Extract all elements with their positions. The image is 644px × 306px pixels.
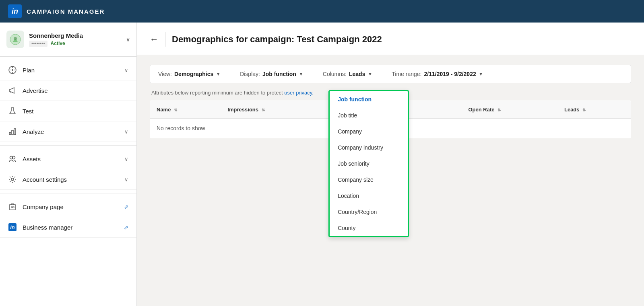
gear-icon [8,175,17,184]
time-range-value: 2/11/2019 - 9/2/2022 [424,71,476,77]
columns-filter[interactable]: Columns: Leads ▼ [323,71,373,77]
analyze-chevron-icon: ∨ [124,129,128,135]
account-id: •••••••• [29,41,47,47]
sidebar-item-test[interactable]: Test [0,101,136,121]
sidebar-item-analyze[interactable]: Analyze ∨ [0,121,136,142]
display-chevron-icon: ▼ [299,71,303,77]
compass-icon [8,66,17,74]
col-impressions[interactable]: Impressions ⇅ [221,101,327,119]
display-label: Display: [240,71,260,77]
account-section[interactable]: Sonnenberg Media •••••••• Active ∨ [0,23,136,57]
dropdown-item-company-size[interactable]: Company size [330,172,408,188]
page-header: ← Demographics for campaign: Test Campai… [137,23,644,55]
sort-open-rate-icon: ⇅ [497,108,501,112]
dropdown-item-location[interactable]: Location [330,188,408,204]
dropdown-item-country-region[interactable]: Country/Region [330,204,408,220]
bar-chart-icon [8,127,17,136]
display-value: Job function [262,71,296,77]
svg-point-15 [11,178,14,181]
company-page-label: Company page [23,203,118,210]
svg-point-1 [14,37,17,40]
business-external-icon: ⬀ [124,224,128,230]
account-name: Sonnenberg Media [29,32,121,39]
back-button[interactable]: ← [150,34,159,45]
sort-name-icon: ⇅ [174,108,177,112]
time-range-chevron-icon: ▼ [479,71,483,77]
svg-rect-11 [12,130,13,135]
svg-rect-18 [13,207,14,208]
dropdown-item-job-seniority[interactable]: Job seniority [330,156,408,172]
account-info: Sonnenberg Media •••••••• Active [29,32,121,47]
nav-divider-2 [0,193,136,193]
columns-chevron-icon: ▼ [367,71,372,77]
sort-impressions-icon: ⇅ [262,108,265,112]
sidebar: Sonnenberg Media •••••••• Active ∨ [0,23,137,306]
assets-chevron-icon: ∨ [124,156,128,162]
dropdown-item-job-title[interactable]: Job title [330,107,408,123]
analyze-label: Analyze [23,128,119,135]
flask-icon [8,107,17,115]
business-manager-label: Business manager [23,224,118,231]
privacy-link[interactable]: user privacy. [284,90,314,96]
main-content: ← Demographics for campaign: Test Campai… [137,23,644,306]
dropdown-item-county[interactable]: County [330,220,408,236]
svg-rect-17 [11,207,12,208]
svg-point-3 [12,69,13,71]
topbar: in CAMPAIGN MANAGER [0,0,644,23]
page-title: Demographics for campaign: Test Campaign… [172,34,382,45]
account-settings-label: Account settings [23,176,119,183]
dropdown-item-company-industry[interactable]: Company industry [330,140,408,156]
account-chevron-icon[interactable]: ∨ [126,36,130,43]
advertise-label: Advertise [23,87,128,94]
display-dropdown: Job function Job title Company Company i… [328,90,409,237]
dropdown-item-job-function[interactable]: Job function [330,91,408,107]
view-label: View: [158,71,172,77]
account-avatar [6,31,24,48]
view-value: Demographics [174,71,213,77]
sidebar-item-advertise[interactable]: Advertise [0,80,136,101]
sort-leads-icon: ⇅ [582,108,586,112]
col-name[interactable]: Name ⇅ [150,101,221,119]
linkedin-logo-icon: in [8,4,22,18]
plan-chevron-icon: ∨ [124,67,128,73]
time-range-filter[interactable]: Time range: 2/11/2019 - 9/2/2022 ▼ [392,71,483,77]
app-title: CAMPAIGN MANAGER [27,8,105,15]
plan-label: Plan [23,67,119,74]
sidebar-item-business-manager[interactable]: in Business manager ⬀ [0,217,136,238]
privacy-note-text: Attributes below reporting minimum are h… [151,90,283,96]
account-settings-chevron-icon: ∨ [124,177,128,183]
content-area: View: Demographics ▼ Display: Job functi… [137,55,644,306]
col-leads[interactable]: Leads ⇅ [558,101,631,119]
columns-label: Columns: [323,71,347,77]
filters-bar: View: Demographics ▼ Display: Job functi… [150,65,631,83]
linkedin-small-icon: in [8,223,17,232]
account-status: Active [51,41,65,46]
columns-value: Leads [349,71,365,77]
view-filter[interactable]: View: Demographics ▼ [158,71,221,77]
svg-rect-10 [9,132,11,135]
test-label: Test [23,108,128,115]
dropdown-item-company[interactable]: Company [330,123,408,140]
sidebar-item-account-settings[interactable]: Account settings ∨ [0,169,136,190]
nav-section: Plan ∨ Advertise [0,57,136,241]
time-range-label: Time range: [392,71,421,77]
sidebar-item-assets[interactable]: Assets ∨ [0,149,136,169]
sidebar-item-plan[interactable]: Plan ∨ [0,60,136,80]
nav-divider-1 [0,145,136,146]
assets-icon [8,154,17,163]
company-icon [8,202,17,211]
display-filter[interactable]: Display: Job function ▼ Job function Job… [240,71,303,77]
megaphone-icon [8,86,17,95]
svg-rect-12 [14,129,16,135]
assets-label: Assets [23,156,119,162]
header-divider [165,32,165,47]
view-chevron-icon: ▼ [216,71,221,77]
company-external-icon: ⬀ [124,204,128,210]
col-open-rate[interactable]: Open Rate ⇅ [462,101,558,119]
sidebar-item-company-page[interactable]: Company page ⬀ [0,197,136,217]
